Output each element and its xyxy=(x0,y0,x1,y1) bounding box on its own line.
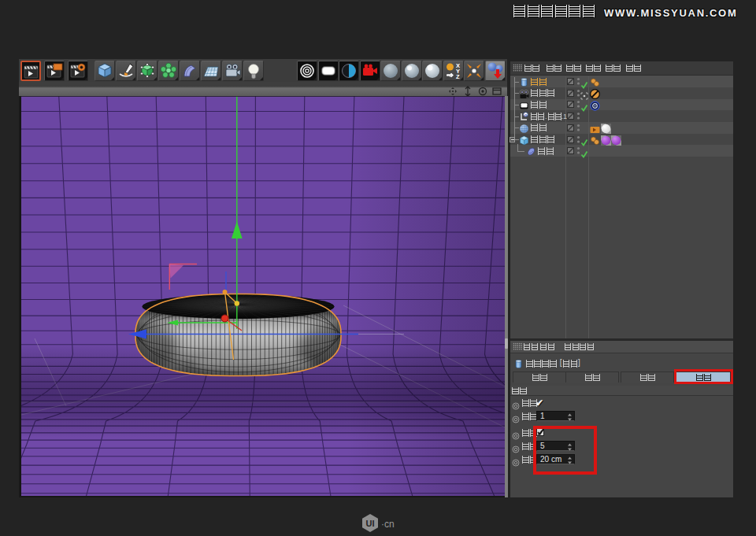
svg-text:·cn: ·cn xyxy=(381,519,395,530)
svg-text:UI: UI xyxy=(366,519,375,528)
